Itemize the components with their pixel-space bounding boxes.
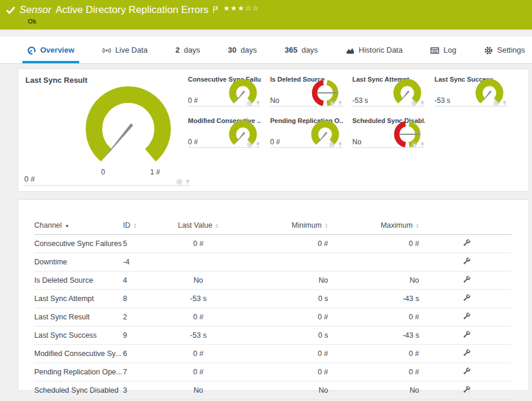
gear-icon[interactable] — [246, 98, 253, 105]
maximum-value: -43 s — [333, 326, 421, 345]
last-value: 0 # — [153, 345, 244, 363]
gauge-value: 0 # — [188, 138, 198, 146]
gauge-value: -53 s — [434, 96, 450, 105]
channel-settings-wrench-icon[interactable] — [463, 349, 471, 357]
tab-365-days[interactable]: 365days — [285, 37, 318, 63]
tab-label: days — [241, 46, 257, 54]
gear-icon[interactable] — [493, 98, 499, 105]
channel-gauge-modified-consecutive: Modified Consecutive ...0 # — [188, 117, 261, 159]
minimum-value: No — [244, 381, 333, 400]
tab-settings[interactable]: Settings — [484, 37, 525, 63]
pin-icon[interactable] — [420, 140, 425, 146]
tab-label: Overview — [40, 46, 74, 54]
pin-icon[interactable] — [338, 98, 343, 105]
channel-actions — [421, 308, 511, 326]
channel-settings-wrench-icon[interactable] — [463, 276, 471, 283]
gauge-actions — [176, 177, 190, 183]
maximum-value: No — [333, 381, 421, 400]
channels-table: Channel▼ID▲▼Last Value▲▼Minimum▲▼Maximum… — [34, 216, 511, 400]
tab-2-days[interactable]: 2days — [176, 37, 200, 63]
minimum-value: 0 # — [244, 308, 333, 326]
tab-historic-data[interactable]: Historic Data — [346, 37, 403, 63]
tab-label: Live Data — [115, 46, 148, 54]
table-row-downtime: Downtime-4 — [34, 253, 511, 271]
gear-icon[interactable] — [411, 140, 417, 146]
gear-icon[interactable] — [176, 177, 183, 183]
maximum-value: 0 # — [333, 235, 421, 253]
gear-icon[interactable] — [411, 98, 417, 105]
gear-icon[interactable] — [246, 140, 253, 146]
minimum-value: 0 s — [244, 290, 333, 308]
sensor-status: Ok — [28, 18, 532, 25]
maximum-value: 0 # — [333, 363, 421, 381]
tab-number: 2 — [176, 46, 180, 54]
pin-icon[interactable] — [255, 140, 261, 146]
gauges-panel: Last Sync Result 0 1 # 0 # Consecutive S… — [18, 69, 528, 191]
pin-icon[interactable] — [255, 98, 261, 105]
channel-id: 6 — [123, 345, 153, 363]
status-ok-check-icon — [6, 6, 15, 14]
sort-icon: ▲▼ — [325, 223, 328, 228]
channel-settings-wrench-icon[interactable] — [463, 257, 471, 265]
column-header-id[interactable]: ID▲▼ — [123, 216, 153, 235]
last-value: 0 # — [153, 235, 244, 253]
sort-icon: ▲▼ — [416, 223, 419, 228]
gauge-value-row: No — [352, 138, 425, 148]
channel-actions — [421, 363, 511, 381]
maximum-value: 0 # — [333, 345, 421, 363]
pin-icon[interactable] — [185, 177, 190, 183]
gauge-dial — [78, 85, 179, 173]
channel-name: Last Sync Result — [34, 308, 123, 326]
channel-settings-wrench-icon[interactable] — [463, 367, 471, 375]
channel-settings-wrench-icon[interactable] — [463, 312, 471, 320]
primary-channel-gauge: Last Sync Result 0 1 # 0 # — [18, 69, 196, 191]
pin-icon[interactable] — [420, 98, 425, 105]
channel-id: 8 — [123, 290, 153, 308]
table-row-is-deleted-source: Is Deleted Source4NoNoNo — [34, 271, 511, 290]
gear-icon[interactable] — [329, 140, 335, 146]
pin-icon[interactable] — [502, 98, 507, 105]
minimum-value — [244, 253, 333, 271]
last-value: No — [153, 381, 244, 400]
channel-id: 7 — [123, 363, 153, 381]
channel-gauge-last-sync-success: Last Sync Success-53 s — [434, 76, 507, 117]
channel-id: -4 — [123, 253, 153, 271]
sensor-header: Sensor Active Directory Replication Erro… — [0, 0, 532, 30]
gauge-value: 0 # — [188, 96, 198, 105]
channel-settings-wrench-icon[interactable] — [463, 386, 471, 393]
tab-label: Historic Data — [359, 46, 403, 54]
maximum-value: No — [333, 271, 421, 290]
channel-settings-wrench-icon[interactable] — [463, 331, 471, 338]
table-row-modified-consecutive-sy: Modified Consecutive Sy...60 #0 #0 # — [34, 345, 511, 363]
column-header-last-value[interactable]: Last Value▲▼ — [153, 216, 244, 235]
pin-icon[interactable] — [338, 140, 343, 146]
gauge-value: 0 # — [24, 174, 35, 183]
gear-icon[interactable] — [329, 98, 335, 105]
gauge-value: -53 s — [352, 96, 368, 105]
maximum-value — [333, 253, 421, 271]
gauge-value-row: -53 s — [434, 96, 507, 106]
tab-30-days[interactable]: 30days — [228, 37, 257, 63]
column-header-channel[interactable]: Channel▼ — [34, 216, 123, 235]
channel-name: Scheduled Sync Disabled — [34, 381, 123, 400]
flag-icon[interactable] — [213, 5, 219, 12]
priority-stars[interactable]: ★★★☆☆ — [223, 4, 259, 12]
channel-id: 2 — [123, 308, 153, 326]
column-header-minimum[interactable]: Minimum▲▼ — [244, 216, 333, 235]
channel-settings-wrench-icon[interactable] — [463, 294, 471, 302]
sort-icon: ▲▼ — [215, 223, 219, 228]
tab-live-data[interactable]: Live Data — [102, 37, 148, 63]
sensor-title-row: Sensor Active Directory Replication Erro… — [6, 4, 532, 16]
last-value: -53 s — [153, 290, 244, 308]
tab-log[interactable]: Log — [430, 37, 456, 63]
tab-overview[interactable]: Overview — [27, 37, 74, 63]
channel-actions — [421, 326, 511, 345]
channel-actions — [421, 235, 511, 253]
last-value: -53 s — [153, 326, 244, 345]
channel-settings-wrench-icon[interactable] — [463, 239, 471, 247]
channel-name: Downtime — [34, 253, 123, 271]
gauge-icon — [27, 46, 36, 55]
column-header-maximum[interactable]: Maximum▲▼ — [333, 216, 421, 235]
tab-bar: OverviewLive Data2days30days365daysHisto… — [0, 37, 532, 64]
tab-label: Settings — [497, 46, 525, 54]
